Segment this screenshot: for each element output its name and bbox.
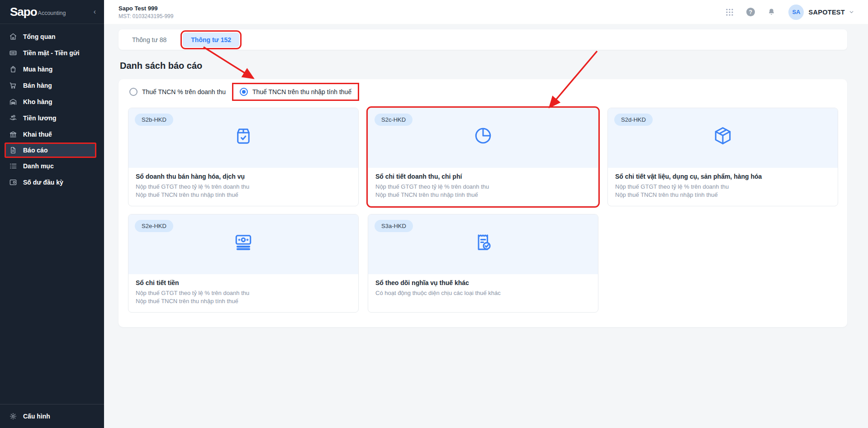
sidebar-item-label: Danh mục (23, 162, 54, 170)
card-desc-line: Nộp thuế TNCN trên thu nhập tính thuế (136, 191, 351, 199)
banknote-icon (9, 49, 17, 57)
company-tax-code: MST: 0103243195-999 (119, 13, 173, 19)
sidebar-item-label: Khai thuế (23, 131, 52, 138)
sidebar-item-cau-hinh[interactable]: Cấu hình (0, 404, 104, 428)
sidebar-item-label: Tiền lương (23, 114, 57, 122)
card-top: S2e-HKD (128, 214, 358, 274)
brand-suffix: Accounting (38, 10, 66, 16)
list-icon (9, 162, 17, 170)
card-desc-line: Nộp thuế GTGT theo tỷ lệ % trên doanh th… (136, 289, 351, 297)
card-desc-line: Nộp thuế GTGT theo tỷ lệ % trên doanh th… (136, 183, 351, 191)
card-body: Sổ chi tiết doanh thu, chi phí Nộp thuế … (368, 168, 598, 200)
chevron-down-icon[interactable] (849, 9, 854, 15)
sidebar-item-tien-mat[interactable]: Tiền mặt - Tiền gửi (0, 45, 104, 61)
sidebar-item-label: Mua hàng (23, 66, 52, 73)
page-title: Danh sách báo cáo (120, 61, 847, 71)
sidebar-collapse-icon[interactable]: ‹ (94, 8, 96, 15)
card-desc-line: Có hoạt động thuộc diện chịu các loại th… (375, 289, 591, 297)
card-body: Sổ theo dõi nghĩa vụ thuế khác Có hoạt đ… (368, 274, 598, 297)
brand-name: Sapo (10, 5, 37, 19)
sidebar-item-mua-hang[interactable]: Mua hàng (0, 61, 104, 77)
card-title: Sổ chi tiết vật liệu, dụng cụ, sản phẩm,… (615, 173, 830, 180)
card-title: Sổ doanh thu bán hàng hóa, dịch vụ (136, 173, 351, 180)
card-title: Sổ chi tiết doanh thu, chi phí (375, 173, 591, 180)
main-content: Thông tư 88 Thông tư 152 Danh sách báo c… (104, 24, 868, 428)
help-icon[interactable]: ? (745, 7, 756, 18)
sidebar-item-danh-muc[interactable]: Danh mục (0, 158, 104, 174)
topbar: Sapo Test 999 MST: 0103243195-999 ? SA S… (104, 0, 868, 24)
card-body: Sổ chi tiết vật liệu, dụng cụ, sản phẩm,… (608, 168, 838, 200)
sidebar-item-label: Tiền mặt - Tiền gửi (23, 49, 80, 57)
report-card-s2c[interactable]: S2c-HKD Sổ chi tiết doanh thu, chi phí N… (368, 108, 598, 206)
home-icon (9, 33, 17, 41)
tab-bar: Thông tư 88 Thông tư 152 (119, 29, 847, 50)
card-desc-line: Nộp thuế TNCN trên thu nhập tính thuế (615, 191, 830, 199)
sidebar-item-tien-luong[interactable]: Tiền lương (0, 110, 104, 126)
tab-thong-tu-152[interactable]: Thông tư 152 (183, 33, 239, 47)
report-card-s3a[interactable]: S3a-HKD Sổ theo dõi nghĩa vụ thuế khác C… (368, 214, 598, 313)
tab-thong-tu-88[interactable]: Thông tư 88 (123, 33, 175, 47)
cash-stack-icon (233, 232, 254, 252)
sidebar-item-label: Số dư đầu kỳ (23, 179, 63, 186)
bank-building-icon (9, 130, 17, 138)
company-info: Sapo Test 999 MST: 0103243195-999 (119, 5, 173, 19)
pie-chart-icon (473, 125, 493, 146)
sidebar-item-ban-hang[interactable]: Bán hàng (0, 77, 104, 94)
card-title: Sổ theo dõi nghĩa vụ thuế khác (375, 279, 591, 286)
sidebar-item-label: Báo cáo (23, 147, 47, 154)
card-body: Sổ doanh thu bán hàng hóa, dịch vụ Nộp t… (128, 168, 358, 200)
card-top: S2b-HKD (128, 108, 358, 168)
shopping-cart-icon (9, 81, 17, 90)
card-badge: S3a-HKD (375, 220, 413, 232)
receipt-check-icon (473, 232, 493, 252)
report-cards-grid: S2b-HKD Sổ doanh thu bán hàng hóa, dịch … (128, 108, 838, 313)
radio-circle[interactable] (240, 88, 248, 96)
sidebar-item-tong-quan[interactable]: Tổng quan (0, 29, 104, 45)
report-card-s2e[interactable]: S2e-HKD Sổ chi tiết tiền Nộp thuế GTGT t… (128, 214, 359, 313)
company-name: Sapo Test 999 (119, 5, 173, 12)
radio-tncn-thu-nhap-tinh-thue[interactable]: Thuế TNCN trên thu nhập tính thuế (240, 88, 351, 96)
sidebar-item-khai-thue[interactable]: Khai thuế (0, 126, 104, 143)
radio-circle[interactable] (129, 88, 138, 96)
sidebar-item-label: Kho hàng (23, 98, 52, 105)
notification-bell-icon[interactable] (766, 7, 777, 18)
report-card-s2b[interactable]: S2b-HKD Sổ doanh thu bán hàng hóa, dịch … (128, 108, 359, 206)
card-top: S2c-HKD (368, 108, 598, 168)
package-check-icon (233, 125, 254, 146)
card-top: S3a-HKD (368, 214, 598, 274)
card-badge: S2d-HKD (614, 114, 653, 126)
sidebar-item-label: Cấu hình (23, 413, 50, 420)
card-desc-line: Nộp thuế GTGT theo tỷ lệ % trên doanh th… (375, 183, 591, 191)
gear-icon (9, 412, 17, 420)
radio-tncn-percent-doanh-thu[interactable]: Thuế TNCN % trên doanh thu (129, 88, 226, 96)
card-desc-line: Nộp thuế GTGT theo tỷ lệ % trên doanh th… (615, 183, 830, 191)
app-root: Sapo Accounting ‹ Tổng quan Tiền mặt - T… (0, 0, 868, 428)
report-card-s2d[interactable]: S2d-HKD Sổ chi tiết vật liệu, dụng cụ, s… (607, 108, 838, 206)
card-title: Sổ chi tiết tiền (136, 279, 351, 286)
brand-logo: Sapo Accounting ‹ (0, 0, 104, 24)
apps-grid-icon[interactable] (724, 7, 735, 18)
warehouse-icon (9, 98, 17, 106)
radio-label: Thuế TNCN % trên doanh thu (142, 88, 226, 95)
card-badge: S2b-HKD (135, 114, 173, 126)
sidebar-item-bao-cao[interactable]: Báo cáo (5, 143, 96, 158)
sidebar-item-label: Bán hàng (23, 82, 52, 89)
sidebar-item-so-du-dau-ky[interactable]: Số dư đầu kỳ (0, 174, 104, 190)
package-3d-icon (712, 125, 733, 146)
sidebar-item-kho-hang[interactable]: Kho hàng (0, 94, 104, 110)
tax-method-options: Thuế TNCN % trên doanh thu Thuế TNCN trê… (128, 83, 838, 101)
hand-coins-icon (9, 114, 17, 122)
sidebar: Sapo Accounting ‹ Tổng quan Tiền mặt - T… (0, 0, 104, 428)
card-desc-line: Nộp thuế TNCN trên thu nhập tính thuế (375, 191, 591, 199)
avatar[interactable]: SA (788, 5, 804, 20)
reports-panel: Thuế TNCN % trên doanh thu Thuế TNCN trê… (119, 79, 847, 327)
user-name: SAPOTEST (808, 9, 845, 16)
card-body: Sổ chi tiết tiền Nộp thuế GTGT theo tỷ l… (128, 274, 358, 306)
sidebar-nav: Tổng quan Tiền mặt - Tiền gửi Mua hàng B… (0, 24, 104, 190)
card-top: S2d-HKD (608, 108, 838, 168)
annotation-box-radio: Thuế TNCN trên thu nhập tính thuế (232, 83, 359, 101)
topbar-actions: ? SA SAPOTEST (714, 5, 854, 20)
sidebar-item-label: Tổng quan (23, 33, 56, 40)
report-document-icon (9, 146, 17, 154)
card-badge: S2e-HKD (135, 220, 173, 232)
